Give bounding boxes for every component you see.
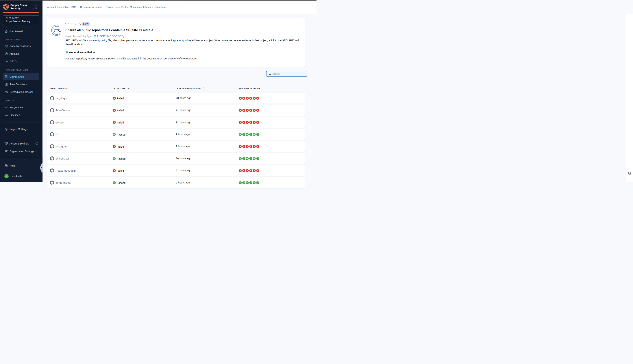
svg-text:?: ? [6, 164, 7, 166]
svg-text:</>: </> [94, 36, 96, 37]
svg-text:CIS.: CIS. [54, 29, 61, 33]
svg-text:</>: </> [6, 46, 7, 47]
